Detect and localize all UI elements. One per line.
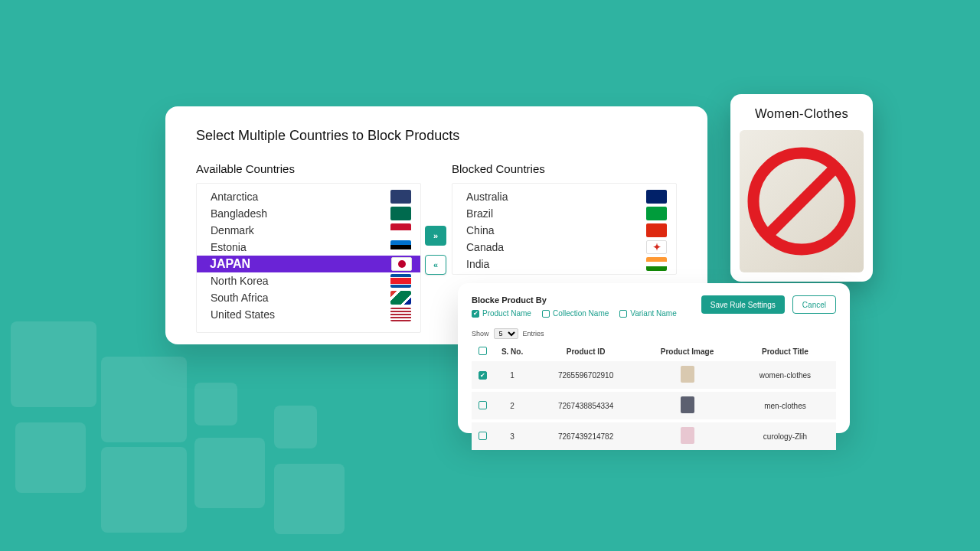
entries-label: Entries xyxy=(523,330,544,337)
block-rule-card: Blocke Product By ✔ Product Name Collect… xyxy=(458,283,850,433)
th-ptitle: Product Title xyxy=(734,347,836,358)
product-thumb xyxy=(681,427,694,444)
cell-title: curology-Zlih xyxy=(734,422,836,450)
move-right-button[interactable]: » xyxy=(425,226,446,246)
country-row[interactable]: South Africa xyxy=(197,289,420,306)
products-table: S. No. Product ID Product Image Product … xyxy=(472,344,836,453)
country-name: Australia xyxy=(466,191,508,203)
country-row[interactable]: Australia xyxy=(452,188,676,205)
checkbox-icon: ✔ xyxy=(472,310,479,318)
country-row[interactable]: North Korea xyxy=(197,272,420,289)
country-row-selected[interactable]: JAPAN xyxy=(196,256,421,272)
countries-block-title: Select Multiple Countries to Block Produ… xyxy=(196,128,677,144)
product-thumb xyxy=(681,396,694,413)
cell-sno: 2 xyxy=(493,392,531,419)
block-rule-title: Blocke Product By xyxy=(472,295,677,305)
country-name: Brazil xyxy=(466,207,493,220)
flag-icon: ✦ xyxy=(646,240,667,254)
cell-sno: 1 xyxy=(493,361,531,389)
table-row[interactable]: ✔ 1 7265596702910 women-clothes xyxy=(472,361,836,389)
filter-label: Collection Name xyxy=(553,309,609,318)
filter-label: Variant Name xyxy=(630,309,676,318)
checkbox-icon xyxy=(619,310,627,318)
country-row[interactable]: Antarctica xyxy=(197,188,420,205)
entries-select[interactable]: 5 xyxy=(494,328,518,339)
table-row[interactable]: 3 7267439214782 curology-Zlih xyxy=(472,422,836,450)
th-pid: Product ID xyxy=(531,347,640,358)
row-checkbox[interactable]: ✔ xyxy=(479,371,487,380)
block-rule-filters: ✔ Product Name Collection Name Variant N… xyxy=(472,309,677,318)
transfer-buttons: » « xyxy=(425,226,446,275)
country-row[interactable]: Bangladesh xyxy=(197,205,420,222)
th-pimg: Product Image xyxy=(640,347,734,358)
country-row[interactable]: Canada ✦ xyxy=(452,239,676,256)
flag-icon xyxy=(390,223,411,237)
product-preview-title: Women-Clothes xyxy=(755,106,848,121)
country-row[interactable]: Denmark xyxy=(197,222,420,239)
th-sno: S. No. xyxy=(493,347,531,358)
row-checkbox[interactable] xyxy=(479,432,487,440)
select-all-checkbox[interactable] xyxy=(479,347,487,355)
country-row[interactable]: United States xyxy=(197,306,420,323)
country-name: Denmark xyxy=(211,224,254,236)
country-row[interactable]: Estonia xyxy=(197,239,420,256)
save-rule-button[interactable]: Save Rule Settings xyxy=(701,295,785,314)
flag-icon xyxy=(646,207,667,220)
flag-icon xyxy=(646,190,667,204)
row-checkbox[interactable] xyxy=(479,401,487,409)
country-row[interactable]: India xyxy=(452,256,676,272)
product-preview-card: Women-Clothes xyxy=(730,94,873,282)
flag-icon xyxy=(646,223,667,237)
flag-icon xyxy=(391,257,412,271)
show-entries-control: Show 5 Entries xyxy=(472,328,836,339)
flag-icon xyxy=(646,257,667,271)
country-name: Antarctica xyxy=(211,191,258,203)
blocked-countries-listbox[interactable]: Australia Brazil China Canada ✦ xyxy=(452,183,677,275)
country-name: Canada xyxy=(466,241,504,253)
checkbox-icon xyxy=(542,310,550,318)
flag-icon xyxy=(390,274,411,288)
cell-title: women-clothes xyxy=(734,361,836,389)
filter-variant-name[interactable]: Variant Name xyxy=(619,309,676,318)
cell-pid: 7265596702910 xyxy=(531,361,640,389)
flag-icon xyxy=(390,207,411,220)
available-countries-panel: Available Countries Antarctica Banglades… xyxy=(196,162,421,333)
forbidden-icon xyxy=(740,130,864,272)
flag-icon xyxy=(390,240,411,254)
country-name: China xyxy=(466,224,495,236)
product-thumb xyxy=(681,366,694,383)
available-countries-label: Available Countries xyxy=(196,162,421,175)
show-label: Show xyxy=(472,330,489,337)
blocked-countries-label: Blocked Countries xyxy=(452,162,677,175)
cancel-button[interactable]: Cancel xyxy=(792,295,836,314)
country-name: North Korea xyxy=(211,275,268,287)
country-name: Estonia xyxy=(211,241,247,253)
filter-label: Product Name xyxy=(482,309,531,318)
flag-icon xyxy=(390,308,411,321)
country-name: Bangladesh xyxy=(211,207,267,220)
country-name: South Africa xyxy=(211,292,269,304)
flag-icon xyxy=(390,291,411,305)
cell-sno: 3 xyxy=(493,422,531,450)
available-countries-listbox[interactable]: Antarctica Bangladesh Denmark Estonia JA… xyxy=(196,183,421,333)
cell-pid: 7267439214782 xyxy=(531,422,640,450)
flag-icon xyxy=(390,190,411,204)
country-name: JAPAN xyxy=(210,257,250,271)
country-name: India xyxy=(466,258,489,270)
table-row[interactable]: 2 7267438854334 men-clothes xyxy=(472,392,836,419)
country-row[interactable]: Brazil xyxy=(452,205,676,222)
move-left-button[interactable]: « xyxy=(425,255,446,275)
filter-product-name[interactable]: ✔ Product Name xyxy=(472,309,531,318)
product-preview-image xyxy=(740,130,864,272)
svg-line-1 xyxy=(769,169,834,233)
country-name: United States xyxy=(211,308,275,321)
cell-title: men-clothes xyxy=(734,392,836,419)
cell-pid: 7267438854334 xyxy=(531,392,640,419)
country-row[interactable]: China xyxy=(452,222,676,239)
filter-collection-name[interactable]: Collection Name xyxy=(542,309,609,318)
